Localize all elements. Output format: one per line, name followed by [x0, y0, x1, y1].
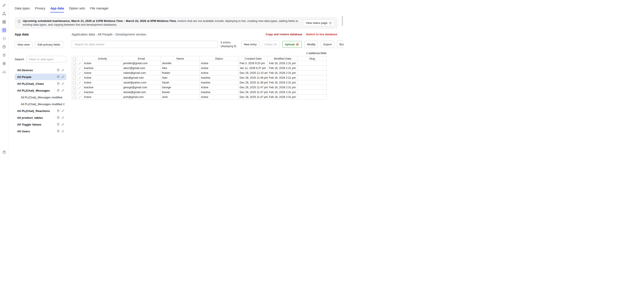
- cell-activity[interactable]: Inactive: [83, 85, 122, 90]
- design-icon[interactable]: [1, 2, 7, 8]
- settings-icon[interactable]: [1, 61, 7, 66]
- copy-view-icon[interactable]: [57, 89, 60, 92]
- cell-activity[interactable]: Inactive: [83, 66, 122, 70]
- sidebar-view-all-pl-chat-messages[interactable]: All PL(Chat)_Messages: [15, 87, 66, 94]
- tab-app-data[interactable]: App data: [50, 6, 64, 12]
- cell-status[interactable]: Inactive: [200, 75, 238, 80]
- cell-modified-date[interactable]: Feb 16, 2026 2:31 pm: [268, 80, 298, 85]
- cell-created-date[interactable]: Feb 3, 2026 9:20 pm: [238, 61, 268, 66]
- cell-activity[interactable]: Active: [83, 70, 122, 75]
- views-search-input[interactable]: [26, 56, 66, 62]
- new-entry-button[interactable]: New entry: [241, 41, 259, 48]
- cell-status[interactable]: Active: [200, 66, 238, 70]
- copy-view-icon[interactable]: [57, 116, 60, 119]
- cell-email[interactable]: sarah@yahoo.com: [122, 80, 161, 85]
- code-icon[interactable]: [1, 36, 7, 42]
- edit-view-icon[interactable]: [61, 130, 64, 133]
- cell-name[interactable]: George: [161, 85, 200, 90]
- scrollbar[interactable]: [342, 16, 343, 26]
- tab-file-manager[interactable]: File manager: [90, 6, 109, 12]
- edit-view-icon[interactable]: [61, 75, 64, 78]
- row-checkbox[interactable]: [73, 91, 76, 94]
- cell-slug[interactable]: [298, 70, 327, 75]
- sidebar-view-all-toggle-values[interactable]: All Toggle Values: [15, 121, 66, 128]
- cell-created-date[interactable]: Dec 28, 2025 11:48 pm: [238, 80, 268, 85]
- bulk-button[interactable]: Bulk: [337, 41, 344, 48]
- cell-status[interactable]: Inactive: [200, 90, 238, 95]
- cell-name[interactable]: Jennifer: [161, 61, 200, 66]
- edit-view-icon[interactable]: [61, 82, 64, 85]
- styles-icon[interactable]: [1, 44, 7, 50]
- export-button[interactable]: Export: [321, 41, 334, 48]
- cell-email[interactable]: daniel@gmail.com: [122, 90, 161, 95]
- edit-row-icon[interactable]: [78, 81, 81, 84]
- cell-email[interactable]: george@gmail.com: [122, 85, 161, 90]
- edit-row-icon[interactable]: [78, 96, 81, 98]
- row-checkbox[interactable]: [73, 81, 76, 84]
- cell-slug[interactable]: [298, 85, 327, 90]
- select-all-checkbox[interactable]: [73, 58, 76, 60]
- cell-activity[interactable]: Active: [83, 80, 122, 85]
- edit-row-icon[interactable]: [78, 67, 81, 70]
- entries-search-input[interactable]: [72, 41, 218, 48]
- edit-row-icon[interactable]: [78, 86, 81, 89]
- delete-button[interactable]: Delete (0): [262, 41, 280, 48]
- cell-name[interactable]: Josh: [161, 95, 200, 100]
- row-checkbox[interactable]: [73, 67, 76, 70]
- plugins-icon[interactable]: [1, 52, 7, 58]
- sidebar-view-all-product-tables[interactable]: All product_tables: [15, 114, 66, 121]
- row-checkbox[interactable]: [73, 72, 76, 74]
- cell-name[interactable]: Sarah: [161, 80, 200, 85]
- cell-name[interactable]: Alex: [161, 66, 200, 70]
- new-view-button[interactable]: New view: [15, 41, 33, 48]
- row-checkbox[interactable]: [73, 76, 76, 79]
- tab-option-sets[interactable]: Option sets: [69, 6, 85, 12]
- cell-slug[interactable]: [298, 95, 327, 100]
- cell-slug[interactable]: [298, 61, 327, 66]
- modify-button[interactable]: Modify: [304, 41, 318, 48]
- cell-email[interactable]: jennifer@gmail.com: [122, 61, 161, 66]
- cell-activity[interactable]: Active: [83, 61, 122, 66]
- cell-name[interactable]: Daniel: [161, 90, 200, 95]
- row-checkbox[interactable]: [73, 62, 76, 65]
- copy-view-icon[interactable]: [57, 82, 60, 85]
- cell-activity[interactable]: Active: [83, 75, 122, 80]
- cell-activity[interactable]: Active: [83, 95, 122, 100]
- cell-status[interactable]: Inactive: [200, 80, 238, 85]
- logs-icon[interactable]: [1, 69, 7, 75]
- sidebar-view-all-pl-chat-messages-modified-2[interactable]: All PL(Chat)_Messages modified 2: [15, 101, 66, 107]
- copy-view-icon[interactable]: [57, 109, 60, 112]
- edit-row-icon[interactable]: [78, 76, 81, 79]
- cell-email[interactable]: alan@gmail.com: [122, 75, 161, 80]
- cell-slug[interactable]: [298, 66, 327, 70]
- switch-live-database-link[interactable]: Switch to live database: [306, 33, 337, 36]
- cell-status[interactable]: Active: [200, 85, 238, 90]
- copy-restore-database-link[interactable]: Copy and restore database: [266, 33, 302, 36]
- cell-name[interactable]: Robert: [161, 70, 200, 75]
- row-checkbox[interactable]: [73, 96, 76, 98]
- cell-created-date[interactable]: Jan 11, 2026 8:37 pm: [238, 66, 268, 70]
- workflow-icon[interactable]: [1, 11, 7, 16]
- edit-row-icon[interactable]: [78, 72, 81, 74]
- edit-primary-fields-button[interactable]: Edit primary fields: [35, 41, 63, 48]
- sidebar-view-all-users[interactable]: All Users: [15, 128, 66, 134]
- data-icon[interactable]: [1, 28, 7, 33]
- edit-view-icon[interactable]: [61, 116, 64, 119]
- copy-view-icon[interactable]: [57, 130, 60, 133]
- tab-privacy[interactable]: Privacy: [35, 6, 45, 12]
- cell-slug[interactable]: [298, 80, 327, 85]
- cell-name[interactable]: Alan: [161, 75, 200, 80]
- cell-created-date[interactable]: Dec 28, 2025 11:47 pm: [238, 95, 268, 100]
- cell-status[interactable]: Active: [200, 95, 238, 100]
- edit-view-icon[interactable]: [61, 89, 64, 92]
- cell-modified-date[interactable]: Feb 16, 2026 2:31 pm: [268, 75, 298, 80]
- cell-status[interactable]: Active: [200, 61, 238, 66]
- copy-view-icon[interactable]: [57, 75, 60, 78]
- sidebar-view-all-pl-chat-reactions[interactable]: All PL(Chat)_Reactions: [15, 108, 66, 114]
- edit-view-icon[interactable]: [61, 68, 64, 72]
- copy-view-icon[interactable]: [57, 68, 60, 72]
- help-icon[interactable]: [1, 150, 7, 155]
- row-checkbox[interactable]: [73, 86, 76, 89]
- sidebar-view-all-pl-chat-messages-modified[interactable]: All PL(Chat)_Messages modified: [15, 94, 66, 100]
- cell-email[interactable]: josh@gmail.com: [122, 95, 161, 100]
